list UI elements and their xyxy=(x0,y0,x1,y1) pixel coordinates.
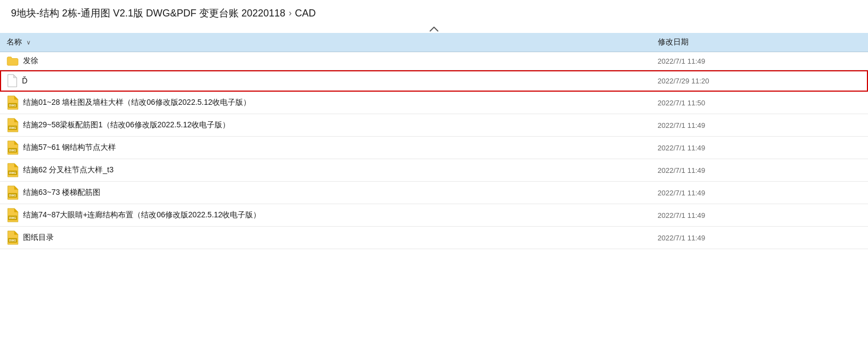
file-name-cell: DWG 结施01~28 墙柱图及墙柱大样（结改06修改版2022.5.12收电子… xyxy=(0,92,651,114)
svg-text:DWG: DWG xyxy=(9,216,16,220)
col-name-header[interactable]: 名称 ∨ xyxy=(0,33,651,52)
file-name-label: 发徐 xyxy=(23,56,38,66)
file-date-label: 2022/7/1 11:49 xyxy=(651,52,869,70)
table-row[interactable]: DWG 结施29~58梁板配筋图1（结改06修改版2022.5.12收电子版） … xyxy=(0,114,868,137)
dwg-file-icon: DWG xyxy=(7,163,19,177)
file-date-label: 2022/7/1 11:49 xyxy=(651,159,869,182)
table-row[interactable]: DWG 结施63~73 楼梯配筋图 2022/7/1 11:49 xyxy=(0,182,868,204)
file-name-cell: DWG 图纸目录 xyxy=(0,227,651,249)
table-row[interactable]: DWG 结施01~28 墙柱图及墙柱大样（结改06修改版2022.5.12收电子… xyxy=(0,92,868,114)
file-name-cell: DWG 结施57~61 钢结构节点大样 xyxy=(0,137,651,159)
file-name-label: 结施57~61 钢结构节点大样 xyxy=(23,143,116,153)
table-row[interactable]: DWG 结施57~61 钢结构节点大样 2022/7/1 11:49 xyxy=(0,137,868,159)
file-name-cell: DWG 结施74~87大眼睛+连廊结构布置（结改06修改版2022.5.12收电… xyxy=(0,204,651,227)
svg-text:DWG: DWG xyxy=(9,194,16,197)
dwg-file-icon: DWG xyxy=(7,96,19,110)
collapse-button[interactable] xyxy=(0,24,868,33)
file-table: 名称 ∨ 修改日期 发徐 2022/7/1 11:49 Ď 2022/7/29 … xyxy=(0,33,868,249)
breadcrumb-current: CAD xyxy=(295,8,315,19)
table-row[interactable]: 发徐 2022/7/1 11:49 xyxy=(0,52,868,70)
svg-text:DWG: DWG xyxy=(9,126,16,130)
svg-text:DWG: DWG xyxy=(9,104,16,107)
file-name-cell: 发徐 xyxy=(0,52,651,70)
svg-text:DWG: DWG xyxy=(9,171,16,175)
table-row[interactable]: DWG 结施74~87大眼睛+连廊结构布置（结改06修改版2022.5.12收电… xyxy=(0,204,868,227)
file-date-label: 2022/7/1 11:49 xyxy=(651,137,869,159)
file-name-label: Ď xyxy=(22,76,27,85)
file-date-label: 2022/7/1 11:50 xyxy=(651,92,869,114)
table-row[interactable]: DWG 结施62 分叉柱节点大样_t3 2022/7/1 11:49 xyxy=(0,159,868,182)
file-date-label: 2022/7/1 11:49 xyxy=(651,114,869,137)
file-date-label: 2022/7/1 11:49 xyxy=(651,227,869,249)
table-row[interactable]: DWG 图纸目录 2022/7/1 11:49 xyxy=(0,227,868,249)
folder-icon xyxy=(7,56,19,66)
col-date-header[interactable]: 修改日期 xyxy=(651,33,869,52)
svg-text:DWG: DWG xyxy=(9,149,16,152)
file-name-label: 结施01~28 墙柱图及墙柱大样（结改06修改版2022.5.12收电子版） xyxy=(23,98,251,108)
dwg-file-icon: DWG xyxy=(7,208,19,222)
table-row[interactable]: Ď 2022/7/29 11:20 xyxy=(0,70,868,92)
file-name-cell: DWG 结施29~58梁板配筋图1（结改06修改版2022.5.12收电子版） xyxy=(0,114,651,137)
svg-text:DWG: DWG xyxy=(9,239,16,242)
breadcrumb-separator: › xyxy=(289,8,291,18)
file-name-label: 结施29~58梁板配筋图1（结改06修改版2022.5.12收电子版） xyxy=(23,120,230,130)
dwg-file-icon: DWG xyxy=(7,141,19,155)
dwg-file-icon: DWG xyxy=(7,231,19,245)
file-name-label: 结施74~87大眼睛+连廊结构布置（结改06修改版2022.5.12收电子版） xyxy=(23,210,261,220)
breadcrumb-path[interactable]: 9地块-结构 2栋-通用图 V2.1版 DWG&PDF 变更台账 2022011… xyxy=(11,7,285,20)
chevron-up-icon xyxy=(430,26,438,32)
file-name-label: 图纸目录 xyxy=(23,233,54,243)
file-name-label: 结施62 分叉柱节点大样_t3 xyxy=(23,165,114,175)
breadcrumb: 9地块-结构 2栋-通用图 V2.1版 DWG&PDF 变更台账 2022011… xyxy=(0,0,868,24)
table-header-row: 名称 ∨ 修改日期 xyxy=(0,33,868,52)
file-date-label: 2022/7/1 11:49 xyxy=(651,182,869,204)
dwg-file-icon: DWG xyxy=(7,118,19,132)
file-date-label: 2022/7/29 11:20 xyxy=(651,70,869,92)
file-date-label: 2022/7/1 11:49 xyxy=(651,204,869,227)
generic-file-icon xyxy=(7,74,18,87)
file-name-cell: DWG 结施63~73 楼梯配筋图 xyxy=(0,182,651,204)
dwg-file-icon: DWG xyxy=(7,186,19,200)
file-name-cell: Ď xyxy=(0,70,651,92)
file-name-cell: DWG 结施62 分叉柱节点大样_t3 xyxy=(0,159,651,182)
file-name-label: 结施63~73 楼梯配筋图 xyxy=(23,188,100,198)
name-sort-icon: ∨ xyxy=(26,39,31,46)
